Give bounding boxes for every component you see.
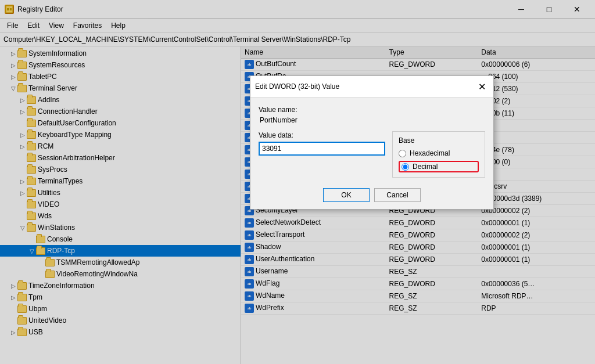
dec-radio[interactable]: [402, 163, 409, 171]
value-name-label: Value name:: [259, 106, 485, 114]
value-data-input[interactable]: [259, 142, 385, 156]
base-label: Base: [399, 136, 479, 145]
dialog-row: Value data: Base Hexadecimal Decimal: [259, 131, 485, 178]
dec-radio-row[interactable]: Decimal: [399, 161, 479, 172]
dialog-close-button[interactable]: ✕: [475, 80, 489, 93]
dialog-titlebar: Edit DWORD (32-bit) Value ✕: [250, 76, 493, 98]
value-data-label: Value data:: [259, 131, 385, 139]
dialog-left: Value data:: [259, 131, 385, 156]
hex-radio-row[interactable]: Hexadecimal: [399, 149, 479, 157]
dialog-body: Value name: PortNumber Value data: Base …: [250, 98, 493, 183]
dialog-buttons: OK Cancel: [250, 183, 493, 209]
dialog-right: Base Hexadecimal Decimal: [392, 131, 485, 178]
dialog-overlay: Edit DWORD (32-bit) Value ✕ Value name: …: [0, 0, 595, 364]
cancel-button[interactable]: Cancel: [374, 188, 421, 202]
value-name-display: PortNumber: [259, 116, 485, 124]
hex-label: Hexadecimal: [410, 149, 450, 157]
dec-label: Decimal: [413, 163, 438, 171]
edit-dword-dialog: Edit DWORD (32-bit) Value ✕ Value name: …: [250, 75, 494, 210]
hex-radio[interactable]: [399, 150, 406, 157]
ok-button[interactable]: OK: [323, 188, 370, 202]
dialog-title: Edit DWORD (32-bit) Value: [255, 82, 339, 91]
base-group: Base Hexadecimal Decimal: [392, 131, 485, 178]
